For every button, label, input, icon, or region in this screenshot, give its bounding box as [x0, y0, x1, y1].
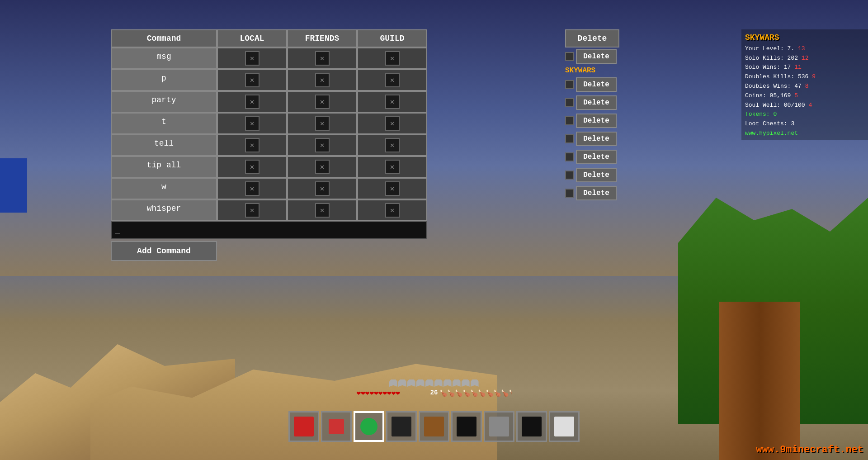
- delete-checkbox-4[interactable]: [565, 116, 574, 125]
- item-emerald: [360, 418, 377, 435]
- item-sword: [294, 417, 314, 436]
- delete-button-8[interactable]: Delete: [576, 186, 617, 200]
- x-icon: ✕: [245, 95, 259, 109]
- delete-checkbox-7[interactable]: [565, 171, 574, 180]
- stat-loot-chests: Loot Chests: 3: [745, 119, 864, 129]
- hotbar-slot-8[interactable]: [516, 411, 547, 442]
- command-w[interactable]: w: [111, 178, 217, 199]
- p-local-checkbox[interactable]: ✕: [217, 69, 287, 91]
- header-friends[interactable]: FRIENDS: [287, 29, 357, 47]
- x-icon: ✕: [385, 73, 400, 87]
- stat-level: Your Level: 7. 13: [745, 44, 864, 54]
- delete-button-2[interactable]: Delete: [576, 77, 617, 92]
- command-p[interactable]: p: [111, 69, 217, 91]
- party-guild-checkbox[interactable]: ✕: [357, 91, 427, 113]
- hotbar-slot-6[interactable]: [451, 411, 482, 442]
- armor-icon-7: [443, 379, 452, 387]
- hotbar-slot-7[interactable]: [484, 411, 514, 442]
- svg-text:🍗🍗🍗🍗🍗🍗🍗🍗🍗🍗: 🍗🍗🍗🍗🍗🍗🍗🍗🍗🍗: [439, 389, 511, 397]
- stat-website: www.hypixel.net: [745, 129, 864, 138]
- delete-checkbox-1[interactable]: [565, 52, 574, 61]
- command-party[interactable]: party: [111, 91, 217, 113]
- x-icon: ✕: [315, 95, 330, 109]
- hotbar-slot-9[interactable]: [549, 411, 580, 442]
- item-wood: [424, 417, 444, 436]
- msg-friends-checkbox[interactable]: ✕: [287, 47, 357, 69]
- t-guild-checkbox[interactable]: ✕: [357, 113, 427, 134]
- delete-button-3[interactable]: Delete: [576, 95, 617, 110]
- whisper-local-checkbox[interactable]: ✕: [217, 199, 287, 221]
- delete-row-2: Delete: [565, 76, 619, 94]
- watermark: www.9minecraft.net: [756, 444, 863, 455]
- command-input[interactable]: [111, 221, 427, 239]
- stat-doubles-kills: Doubles Kills: 536 9: [745, 72, 864, 82]
- delete-checkbox-2[interactable]: [565, 80, 574, 89]
- p-friends-checkbox[interactable]: ✕: [287, 69, 357, 91]
- p-guild-checkbox[interactable]: ✕: [357, 69, 427, 91]
- delete-row-4: Delete: [565, 112, 619, 130]
- t-local-checkbox[interactable]: ✕: [217, 113, 287, 134]
- tell-friends-checkbox[interactable]: ✕: [287, 134, 357, 156]
- x-icon: ✕: [315, 160, 330, 174]
- party-local-checkbox[interactable]: ✕: [217, 91, 287, 113]
- add-command-button[interactable]: Add Command: [111, 241, 217, 261]
- item-feather: [554, 417, 574, 436]
- x-icon: ✕: [245, 160, 259, 174]
- hotbar-slot-1[interactable]: [288, 411, 319, 442]
- item-stone: [489, 417, 509, 436]
- tipall-guild-checkbox[interactable]: ✕: [357, 156, 427, 178]
- delete-button-6[interactable]: Delete: [576, 150, 617, 164]
- stat-coins: Coins: 95,169 5: [745, 91, 864, 101]
- tell-local-checkbox[interactable]: ✕: [217, 134, 287, 156]
- delete-row-7: Delete: [565, 166, 619, 184]
- hotbar: [288, 411, 580, 442]
- input-row: [111, 221, 427, 239]
- command-tipall[interactable]: tip all: [111, 156, 217, 178]
- blue-block: [0, 158, 27, 213]
- hearts-display: ❤❤❤❤❤❤❤❤❤❤: [357, 389, 429, 397]
- command-t[interactable]: t: [111, 113, 217, 134]
- tell-guild-checkbox[interactable]: ✕: [357, 134, 427, 156]
- x-icon: ✕: [385, 203, 400, 218]
- delete-column: Delete Delete SKYWARS Delete Delete Dele…: [565, 29, 619, 202]
- delete-row-6: Delete: [565, 148, 619, 166]
- msg-guild-checkbox[interactable]: ✕: [357, 47, 427, 69]
- msg-local-checkbox[interactable]: ✕: [217, 47, 287, 69]
- command-whisper[interactable]: whisper: [111, 199, 217, 221]
- w-local-checkbox[interactable]: ✕: [217, 178, 287, 199]
- hotbar-slot-3[interactable]: [354, 411, 384, 442]
- delete-checkbox-5[interactable]: [565, 134, 574, 143]
- whisper-guild-checkbox[interactable]: ✕: [357, 199, 427, 221]
- delete-checkbox-6[interactable]: [565, 152, 574, 161]
- delete-button-7[interactable]: Delete: [576, 168, 617, 182]
- hotbar-slot-2[interactable]: [321, 411, 352, 442]
- delete-checkbox-8[interactable]: [565, 189, 574, 198]
- delete-button-1[interactable]: Delete: [576, 49, 617, 64]
- header-local[interactable]: LOCAL: [217, 29, 287, 47]
- add-command-row: Add Command: [111, 241, 427, 261]
- x-icon: ✕: [245, 203, 259, 218]
- armor-icon-9: [462, 379, 470, 387]
- header-command[interactable]: Command: [111, 29, 217, 47]
- w-friends-checkbox[interactable]: ✕: [287, 178, 357, 199]
- whisper-friends-checkbox[interactable]: ✕: [287, 199, 357, 221]
- hotbar-slot-4[interactable]: [386, 411, 417, 442]
- x-icon: ✕: [245, 116, 259, 131]
- party-friends-checkbox[interactable]: ✕: [287, 91, 357, 113]
- w-guild-checkbox[interactable]: ✕: [357, 178, 427, 199]
- armor-icon-8: [453, 379, 461, 387]
- header-guild[interactable]: GUILD: [357, 29, 427, 47]
- stat-solo-kills: Solo Kills: 202 12: [745, 54, 864, 63]
- tipall-friends-checkbox[interactable]: ✕: [287, 156, 357, 178]
- hotbar-slot-5[interactable]: [419, 411, 449, 442]
- delete-button-5[interactable]: Delete: [576, 132, 617, 146]
- t-friends-checkbox[interactable]: ✕: [287, 113, 357, 134]
- command-tell[interactable]: tell: [111, 134, 217, 156]
- delete-button-4[interactable]: Delete: [576, 114, 617, 128]
- tipall-local-checkbox[interactable]: ✕: [217, 156, 287, 178]
- delete-column-header[interactable]: Delete: [565, 29, 619, 47]
- command-msg[interactable]: msg: [111, 47, 217, 69]
- delete-checkbox-3[interactable]: [565, 98, 574, 107]
- delete-row-8: Delete: [565, 184, 619, 202]
- x-icon: ✕: [245, 138, 259, 152]
